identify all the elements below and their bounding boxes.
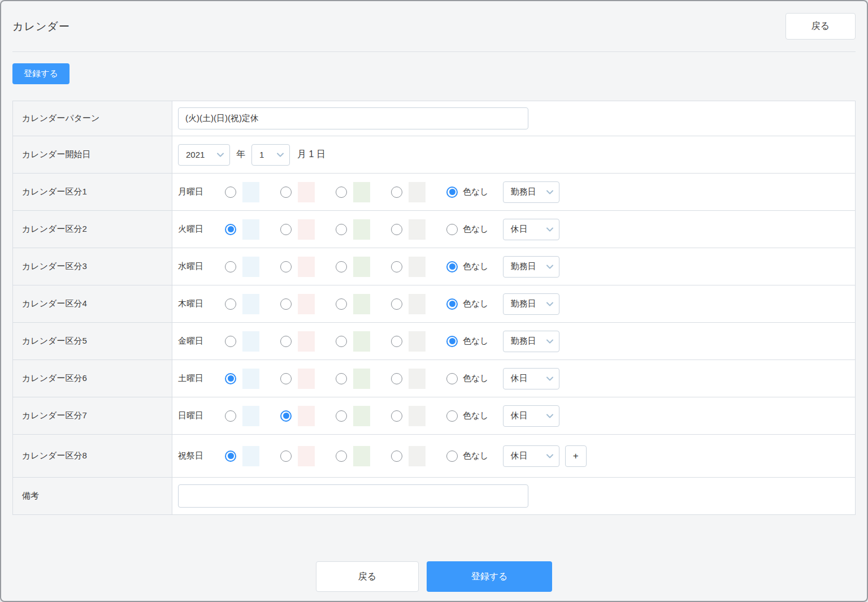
year-unit-label: 年	[236, 149, 245, 161]
no-color-option: 色なし	[446, 298, 489, 310]
color-radio[interactable]	[336, 410, 347, 422]
day-label: 木曜日	[178, 298, 213, 309]
division-row: カレンダー区分7 日曜日 色なし	[13, 397, 855, 434]
color-option-3	[336, 219, 370, 240]
color-radio[interactable]	[225, 410, 236, 422]
no-color-label: 色なし	[463, 187, 489, 197]
register-button-top[interactable]: 登録する	[12, 63, 70, 84]
color-radio[interactable]	[336, 224, 347, 235]
color-swatch	[242, 219, 259, 240]
no-color-radio[interactable]	[446, 298, 458, 310]
back-button[interactable]: 戻る	[785, 13, 856, 40]
color-radio[interactable]	[225, 336, 236, 347]
back-button-bottom[interactable]: 戻る	[316, 561, 419, 592]
no-color-radio[interactable]	[446, 451, 458, 462]
color-option-2	[280, 182, 315, 202]
day-type-select[interactable]: 休日	[503, 405, 559, 427]
color-radio[interactable]	[336, 261, 347, 272]
division-row: カレンダー区分3 水曜日 色なし	[13, 248, 855, 285]
month-day-unit-label: 月 1 日	[297, 149, 326, 161]
color-swatch	[409, 182, 426, 202]
page-header: カレンダー 戻る	[12, 1, 856, 52]
add-division-button[interactable]: +	[565, 445, 587, 467]
register-button-bottom[interactable]: 登録する	[427, 561, 552, 592]
start-date-row: カレンダー開始日 2021 年 1 月 1 日	[13, 136, 855, 173]
year-select-value: 2021	[186, 150, 205, 159]
color-swatch	[298, 331, 315, 352]
no-color-radio[interactable]	[446, 224, 458, 235]
color-radio[interactable]	[391, 298, 402, 310]
day-type-select[interactable]: 勤務日	[503, 331, 559, 352]
day-label: 土曜日	[178, 373, 213, 384]
division-label: カレンダー区分3	[13, 248, 172, 285]
color-radio[interactable]	[391, 224, 402, 235]
no-color-radio[interactable]	[446, 410, 458, 422]
chevron-down-icon	[277, 153, 284, 157]
color-radio[interactable]	[391, 336, 402, 347]
day-type-select[interactable]: 休日	[503, 219, 559, 240]
color-radio[interactable]	[280, 373, 292, 384]
color-option-1	[225, 257, 259, 277]
color-radio[interactable]	[391, 451, 402, 462]
color-radio[interactable]	[391, 410, 402, 422]
day-label: 火曜日	[178, 224, 213, 235]
day-type-value: 勤務日	[511, 261, 536, 272]
color-swatch	[242, 294, 259, 314]
color-swatch	[298, 219, 315, 240]
remarks-input[interactable]	[178, 484, 528, 508]
color-radio[interactable]	[280, 224, 292, 235]
color-radio[interactable]	[225, 187, 236, 198]
color-radio[interactable]	[336, 187, 347, 198]
no-color-label: 色なし	[463, 261, 489, 272]
color-radio[interactable]	[391, 261, 402, 272]
color-radio[interactable]	[225, 224, 236, 235]
pattern-row: カレンダーパターン	[13, 101, 855, 136]
color-radio[interactable]	[280, 298, 292, 310]
color-radio[interactable]	[336, 336, 347, 347]
color-radio[interactable]	[280, 187, 292, 198]
color-swatch	[409, 369, 426, 389]
no-color-radio[interactable]	[446, 373, 458, 384]
color-radio[interactable]	[280, 336, 292, 347]
color-radio[interactable]	[336, 373, 347, 384]
color-radio[interactable]	[280, 410, 292, 422]
day-type-select[interactable]: 休日	[503, 445, 559, 467]
color-radio[interactable]	[336, 451, 347, 462]
no-color-radio[interactable]	[446, 261, 458, 272]
color-radio[interactable]	[225, 451, 236, 462]
day-label: 水曜日	[178, 261, 213, 272]
color-option-2	[280, 369, 315, 389]
day-type-select[interactable]: 勤務日	[503, 293, 559, 315]
color-option-3	[336, 257, 370, 277]
color-option-1	[225, 406, 259, 426]
color-radio[interactable]	[280, 451, 292, 462]
no-color-option: 色なし	[446, 451, 489, 462]
color-radio[interactable]	[336, 298, 347, 310]
year-select[interactable]: 2021	[178, 144, 230, 166]
division-label: カレンダー区分5	[13, 323, 172, 360]
color-radio[interactable]	[280, 261, 292, 272]
no-color-radio[interactable]	[446, 336, 458, 347]
color-swatch	[242, 331, 259, 352]
color-radio[interactable]	[225, 373, 236, 384]
month-select[interactable]: 1	[251, 144, 290, 166]
color-option-1	[225, 294, 259, 314]
color-option-3	[336, 369, 370, 389]
start-date-label: カレンダー開始日	[13, 136, 172, 173]
day-type-select[interactable]: 勤務日	[503, 181, 559, 203]
color-option-4	[391, 257, 426, 277]
chevron-down-icon	[546, 414, 553, 418]
color-radio[interactable]	[225, 298, 236, 310]
no-color-label: 色なし	[463, 224, 489, 235]
color-radio[interactable]	[391, 187, 402, 198]
color-radio[interactable]	[391, 373, 402, 384]
color-swatch	[353, 406, 370, 426]
day-type-value: 勤務日	[511, 298, 536, 309]
color-option-2	[280, 331, 315, 352]
color-option-1	[225, 446, 259, 466]
color-radio[interactable]	[225, 261, 236, 272]
no-color-radio[interactable]	[446, 187, 458, 198]
pattern-input[interactable]	[178, 107, 528, 129]
day-type-select[interactable]: 休日	[503, 368, 559, 389]
day-type-select[interactable]: 勤務日	[503, 256, 559, 278]
